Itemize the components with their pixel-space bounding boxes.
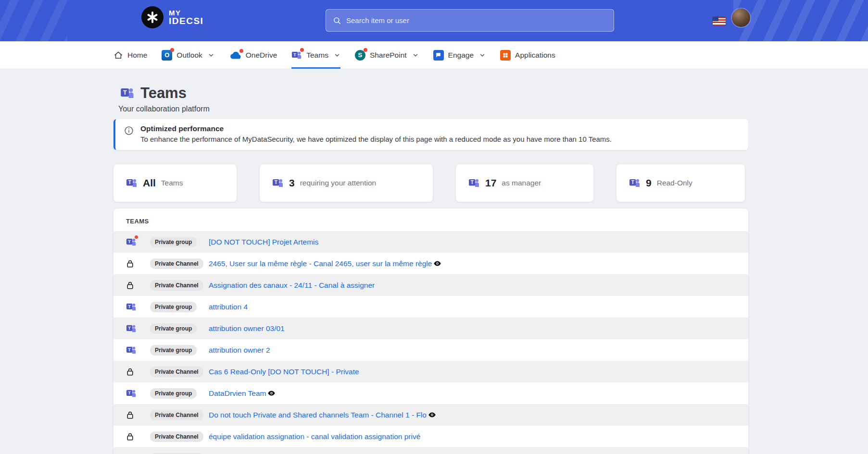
global-search[interactable] bbox=[326, 9, 614, 32]
svg-text:T: T bbox=[128, 239, 131, 244]
app-logo[interactable]: MY IDECSI bbox=[141, 6, 203, 28]
chevron-down-icon bbox=[412, 52, 419, 59]
lock-icon bbox=[126, 367, 138, 377]
team-link[interactable]: DataDrvien Team bbox=[209, 389, 266, 398]
eye-icon[interactable] bbox=[267, 389, 276, 397]
nav-label: SharePoint bbox=[370, 51, 407, 60]
teams-icon: T bbox=[126, 345, 138, 356]
search-input[interactable] bbox=[346, 16, 607, 25]
stat-label: Read-Only bbox=[657, 179, 692, 187]
avatar[interactable] bbox=[732, 9, 750, 27]
table-row: Private Channel Cas 6 Read-Only [DO NOT … bbox=[113, 361, 748, 382]
home-icon bbox=[113, 50, 123, 60]
team-link[interactable]: Do not touch Private and Shared channels… bbox=[209, 411, 427, 419]
logo-asterisk-icon bbox=[141, 6, 164, 28]
nav-label: Teams bbox=[306, 51, 328, 60]
team-link[interactable]: équipe validation assignation - canal va… bbox=[209, 432, 420, 441]
page-title-row: T Teams bbox=[120, 84, 748, 103]
teams-list-card: TEAMS T Private group [DO NOT TOUCH] Pro… bbox=[113, 209, 748, 454]
table-row: T Private group attribution owner 03/01 bbox=[113, 318, 748, 339]
teams-icon: T bbox=[126, 237, 138, 247]
notification-dot bbox=[300, 48, 304, 52]
svg-text:T: T bbox=[128, 326, 131, 331]
nav-item-home[interactable]: Home bbox=[113, 41, 147, 69]
stat-card-manager[interactable]: T 17 as manager bbox=[456, 164, 593, 202]
notification-dot bbox=[135, 235, 138, 239]
table-row: T Private group [DO NOT TOUCH] Projet Ar… bbox=[113, 231, 748, 253]
outlook-icon: O bbox=[162, 50, 172, 61]
row-type-badge: Private group bbox=[150, 323, 197, 334]
row-type-badge: Private Channel bbox=[150, 258, 203, 269]
onedrive-icon bbox=[229, 51, 241, 60]
logo-line1: MY bbox=[169, 9, 203, 16]
eye-icon[interactable] bbox=[433, 259, 441, 268]
logo-text: MY IDECSI bbox=[169, 9, 203, 26]
teams-icon: T bbox=[126, 302, 138, 312]
teams-icon: T bbox=[272, 177, 284, 189]
engage-icon bbox=[433, 50, 444, 61]
teams-icon: T bbox=[126, 388, 138, 399]
eye-icon[interactable] bbox=[428, 411, 436, 419]
app-header: MY IDECSI bbox=[0, 0, 868, 41]
nav-label: Outlook bbox=[176, 51, 202, 60]
logo-line2: IDECSI bbox=[169, 16, 203, 25]
main-nav: Home O Outlook OneDrive T Teams S ShareP… bbox=[0, 41, 868, 69]
team-link[interactable]: Cas 6 Read-Only [DO NOT TOUCH] - Private bbox=[209, 368, 359, 376]
table-row: T Private group attribution owner 2 bbox=[113, 339, 748, 361]
row-type-badge: Private group bbox=[150, 345, 197, 356]
table-row: T Private group attribution 4 bbox=[113, 296, 748, 318]
list-header: TEAMS bbox=[113, 209, 748, 231]
teams-icon: T bbox=[126, 177, 138, 189]
row-type-badge: Private group bbox=[150, 302, 197, 312]
team-link[interactable]: attribution 4 bbox=[209, 303, 248, 311]
nav-label: OneDrive bbox=[246, 51, 277, 60]
banner-body: To enhance the performance of MyDataSecu… bbox=[140, 135, 612, 143]
lock-icon bbox=[126, 259, 138, 269]
stat-value: All bbox=[143, 177, 156, 189]
applications-icon bbox=[500, 50, 511, 61]
table-row: Private Channel équipe validation assign… bbox=[113, 426, 748, 447]
badge-wrap: Private group bbox=[150, 388, 209, 399]
notification-dot bbox=[170, 48, 174, 52]
language-flag-us[interactable] bbox=[713, 17, 726, 25]
stat-label: requiring your attention bbox=[300, 179, 377, 187]
team-link[interactable]: attribution owner 03/01 bbox=[209, 324, 285, 333]
svg-text:T: T bbox=[128, 391, 131, 395]
stat-card-readonly[interactable]: T 9 Read-Only bbox=[616, 164, 745, 202]
svg-text:T: T bbox=[471, 180, 474, 185]
lock-icon bbox=[126, 281, 138, 290]
team-link[interactable]: [DO NOT TOUCH] Projet Artemis bbox=[209, 238, 318, 246]
nav-item-outlook[interactable]: O Outlook bbox=[162, 41, 214, 69]
stat-label: Teams bbox=[161, 179, 183, 187]
nav-label: Home bbox=[127, 51, 147, 60]
row-type-badge: Private Channel bbox=[150, 410, 203, 420]
row-type-badge: Private Channel bbox=[150, 431, 203, 442]
badge-wrap: Private Channel bbox=[150, 431, 209, 442]
row-type-badge: Private group bbox=[150, 237, 197, 247]
badge-wrap: Private group bbox=[150, 345, 209, 356]
nav-item-sharepoint[interactable]: S SharePoint bbox=[355, 41, 419, 69]
badge-wrap: Private Channel bbox=[150, 367, 209, 377]
svg-text:T: T bbox=[631, 180, 634, 185]
page-title: Teams bbox=[140, 85, 187, 102]
teams-list: T Private group [DO NOT TOUCH] Projet Ar… bbox=[113, 231, 748, 454]
nav-item-applications[interactable]: Applications bbox=[500, 41, 555, 69]
nav-item-onedrive[interactable]: OneDrive bbox=[229, 41, 277, 69]
table-row: Private Channel 2465, User sur la même r… bbox=[113, 253, 748, 274]
row-type-badge: Private Channel bbox=[150, 367, 203, 377]
badge-wrap: Private group bbox=[150, 302, 209, 312]
info-icon bbox=[124, 126, 134, 137]
stat-card-attention[interactable]: T 3 requiring your attention bbox=[260, 164, 433, 202]
team-link[interactable]: attribution owner 2 bbox=[209, 346, 270, 355]
nav-item-teams[interactable]: T Teams bbox=[291, 41, 340, 69]
teams-icon: T bbox=[468, 177, 480, 189]
team-link[interactable]: 2465, User sur la même règle - Canal 246… bbox=[209, 259, 432, 268]
table-row: T Private group DataDrvien Team bbox=[113, 382, 748, 404]
notification-dot bbox=[364, 48, 367, 52]
notification-dot bbox=[239, 49, 243, 53]
info-banner: Optimized performance To enhance the per… bbox=[113, 119, 748, 150]
team-link[interactable]: Assignation des canaux - 24/11 - Canal à… bbox=[209, 281, 375, 290]
nav-item-engage[interactable]: Engage bbox=[433, 41, 486, 69]
stat-card-all[interactable]: T All Teams bbox=[113, 164, 237, 202]
badge-wrap: Private group bbox=[150, 323, 209, 334]
